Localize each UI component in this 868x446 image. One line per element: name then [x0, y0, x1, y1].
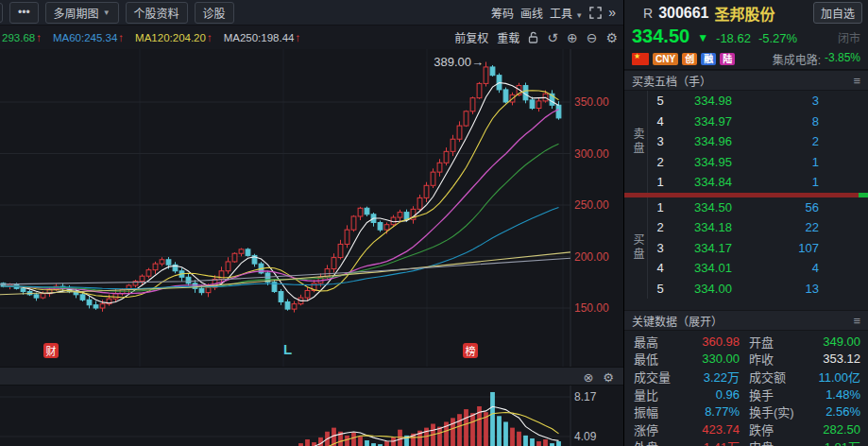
candle-body: [80, 295, 85, 300]
order-book-row[interactable]: 3334.17107: [648, 238, 868, 259]
key-data-value: 349.00: [811, 334, 860, 349]
gear-icon[interactable]: ⚙: [605, 31, 618, 44]
key-data-label: 最低: [634, 350, 690, 368]
volume-bar: [503, 421, 508, 446]
menu-icon[interactable]: ≡: [853, 74, 860, 88]
chevron-down-icon: ▼: [575, 11, 583, 20]
fullscreen-icon[interactable]: [589, 7, 602, 19]
draw-line-tool[interactable]: 画线: [520, 5, 543, 21]
candle-body: [332, 258, 336, 269]
order-book-title: 买卖五档（手）: [632, 73, 711, 89]
level-quantity: 3: [754, 94, 868, 108]
price-change-pct: -5.27%: [758, 31, 797, 45]
close-indicator-icon[interactable]: ⊗: [583, 371, 593, 384]
price-change: -18.62: [716, 31, 751, 45]
candle-body: [398, 213, 402, 217]
level-price: 334.17: [672, 241, 754, 255]
volume-bar: [451, 418, 455, 446]
level-price: 334.95: [672, 155, 754, 169]
candle-body: [424, 185, 429, 197]
key-data-label: 量比: [634, 386, 690, 403]
key-data-value: 1.81万: [811, 437, 860, 446]
volume-chart[interactable]: 8.174.09: [0, 386, 623, 446]
sell-levels: 卖盘 5334.9834334.9783334.9622334.9511334.…: [624, 91, 868, 193]
candle-body: [100, 304, 105, 308]
level-number: 5: [648, 94, 672, 108]
candle-body: [384, 225, 389, 230]
key-data-label: 外盘: [634, 437, 690, 446]
ma-label: 293.68↑: [2, 32, 42, 43]
collapse-panel-icon[interactable]: »: [608, 5, 616, 20]
status-tag: 创: [682, 53, 697, 65]
order-book-row[interactable]: 4334.978: [648, 112, 868, 132]
event-marker-财[interactable]: 财: [43, 343, 59, 358]
volume-bar: [305, 439, 310, 446]
key-data-header[interactable]: 关键数据（展开） ≡: [624, 310, 868, 331]
tab-diagnose[interactable]: 诊股: [195, 2, 234, 24]
key-data-value: 2.56%: [811, 404, 860, 419]
order-book-header[interactable]: 买卖五档（手） ≡: [624, 70, 868, 91]
chart-tool-row: 前复权 重载 ↺ ⊕ ⊖ ⚙: [454, 29, 618, 45]
candle-body: [417, 197, 422, 209]
tools-menu[interactable]: 工具 ▼: [550, 5, 583, 21]
key-data-value: 353.12: [811, 352, 860, 366]
order-book-row[interactable]: 5334.0013: [648, 279, 868, 300]
sector-link[interactable]: 集成电路: -3.85%: [773, 51, 860, 67]
candle-body: [378, 223, 383, 231]
undo-icon[interactable]: ↺: [547, 31, 558, 44]
level-number: 1: [648, 175, 672, 189]
clipped-button[interactable]: [0, 3, 3, 23]
price-row: 334.50 ▼ -18.62 -5.27% 闭市: [624, 26, 868, 49]
volume-bar: [470, 413, 475, 446]
order-book-row[interactable]: 1334.841: [648, 172, 868, 193]
tab-stock-info[interactable]: 个股资料: [126, 2, 188, 24]
event-marker-L[interactable]: L: [283, 341, 292, 357]
quote-panel: R 300661 圣邦股份 加自选 334.50 ▼ -18.62 -5.27%…: [623, 0, 868, 446]
zoom-out-icon[interactable]: ⊖: [587, 31, 598, 44]
candle-body: [226, 262, 230, 271]
ma10-line: [4, 91, 559, 298]
candle-body: [437, 163, 442, 172]
adjust-mode-button[interactable]: 前复权: [454, 29, 488, 45]
candle-body: [444, 151, 449, 163]
volume-bar: [365, 440, 369, 446]
more-button[interactable]: •••: [9, 2, 39, 24]
order-book-row[interactable]: 2334.951: [648, 152, 868, 173]
order-book-row[interactable]: 5334.983: [648, 91, 868, 112]
chips-tool[interactable]: 筹码: [491, 5, 514, 21]
order-book-row[interactable]: 1334.5056: [648, 197, 868, 218]
zoom-in-icon[interactable]: ⊕: [567, 31, 578, 44]
volume-plot: 8.174.09: [0, 386, 623, 446]
add-watchlist-button[interactable]: 加自选: [813, 2, 862, 24]
candlestick-chart[interactable]: 350.00300.00250.00200.00150.00389.00→ 财L…: [0, 49, 623, 367]
up-arrow-icon: ↑: [207, 32, 213, 43]
level-price: 334.01: [672, 261, 754, 275]
sector-name: 集成电路:: [773, 51, 821, 67]
unlock-icon[interactable]: [528, 31, 538, 43]
stock-header: R 300661 圣邦股份 加自选: [624, 0, 868, 26]
key-data-value: 423.74: [690, 422, 740, 437]
key-data-label: 换手: [740, 386, 811, 403]
candle-body: [206, 287, 211, 292]
key-data-value: 3.22万: [690, 368, 740, 386]
volume-bar: [490, 392, 495, 446]
order-book-row[interactable]: 3334.962: [648, 131, 868, 152]
candle-body: [41, 294, 45, 298]
tab-label: 诊股: [203, 5, 226, 21]
level-quantity: 13: [754, 282, 868, 296]
menu-icon[interactable]: ≡: [853, 314, 860, 328]
key-data-value: 8.77%: [690, 404, 740, 419]
level-number: 4: [648, 114, 672, 129]
tab-multi-period[interactable]: 多周期图 ▼: [45, 2, 119, 24]
volume-ma5-line: [4, 406, 559, 446]
volume-bar: [358, 437, 363, 446]
indicator-settings-icon[interactable]: ⚙: [603, 371, 614, 384]
event-marker-榜[interactable]: 榜: [463, 343, 478, 358]
level-price: 334.50: [672, 200, 754, 214]
candle-body: [34, 295, 39, 298]
reload-button[interactable]: 重载: [497, 29, 519, 45]
order-book-row[interactable]: 4334.014: [648, 258, 868, 279]
order-book-row[interactable]: 2334.1822: [648, 217, 868, 238]
peak-price-annotation: 389.00→: [434, 55, 484, 69]
level-quantity: 107: [754, 241, 868, 255]
